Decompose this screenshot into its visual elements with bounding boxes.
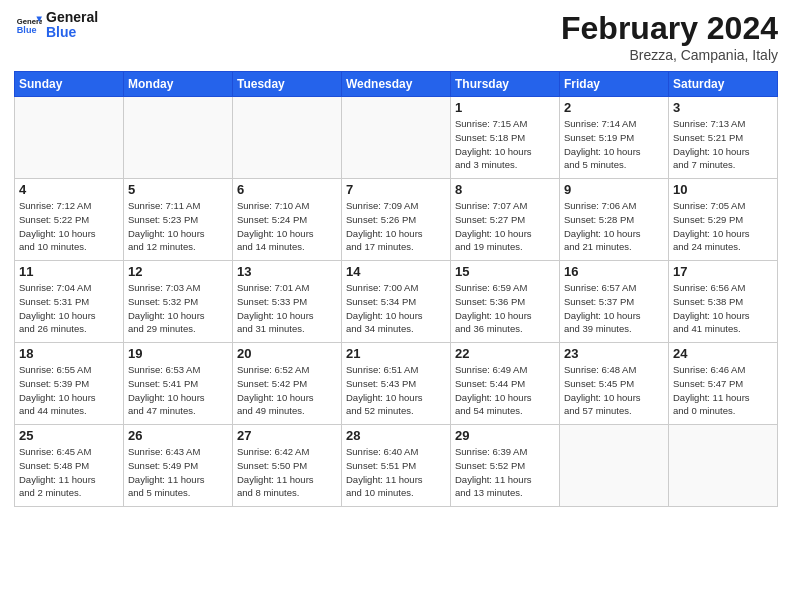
day-info: Sunrise: 6:56 AM Sunset: 5:38 PM Dayligh… [673, 281, 773, 336]
calendar-cell: 16Sunrise: 6:57 AM Sunset: 5:37 PM Dayli… [560, 261, 669, 343]
day-info: Sunrise: 6:45 AM Sunset: 5:48 PM Dayligh… [19, 445, 119, 500]
day-number: 2 [564, 100, 664, 115]
calendar-cell: 5Sunrise: 7:11 AM Sunset: 5:23 PM Daylig… [124, 179, 233, 261]
day-info: Sunrise: 6:59 AM Sunset: 5:36 PM Dayligh… [455, 281, 555, 336]
day-number: 11 [19, 264, 119, 279]
day-number: 9 [564, 182, 664, 197]
day-number: 18 [19, 346, 119, 361]
day-info: Sunrise: 7:09 AM Sunset: 5:26 PM Dayligh… [346, 199, 446, 254]
logo: General Blue General Blue [14, 10, 98, 41]
day-number: 20 [237, 346, 337, 361]
day-number: 4 [19, 182, 119, 197]
calendar-cell: 21Sunrise: 6:51 AM Sunset: 5:43 PM Dayli… [342, 343, 451, 425]
calendar-cell: 11Sunrise: 7:04 AM Sunset: 5:31 PM Dayli… [15, 261, 124, 343]
weekday-header-thursday: Thursday [451, 72, 560, 97]
calendar-cell [342, 97, 451, 179]
calendar-cell: 4Sunrise: 7:12 AM Sunset: 5:22 PM Daylig… [15, 179, 124, 261]
calendar-cell: 12Sunrise: 7:03 AM Sunset: 5:32 PM Dayli… [124, 261, 233, 343]
day-info: Sunrise: 6:57 AM Sunset: 5:37 PM Dayligh… [564, 281, 664, 336]
day-info: Sunrise: 6:43 AM Sunset: 5:49 PM Dayligh… [128, 445, 228, 500]
logo-icon: General Blue [14, 11, 42, 39]
calendar-cell: 22Sunrise: 6:49 AM Sunset: 5:44 PM Dayli… [451, 343, 560, 425]
day-number: 14 [346, 264, 446, 279]
day-info: Sunrise: 6:39 AM Sunset: 5:52 PM Dayligh… [455, 445, 555, 500]
day-number: 22 [455, 346, 555, 361]
calendar-week-row-3: 11Sunrise: 7:04 AM Sunset: 5:31 PM Dayli… [15, 261, 778, 343]
svg-text:Blue: Blue [17, 25, 37, 35]
calendar-cell: 8Sunrise: 7:07 AM Sunset: 5:27 PM Daylig… [451, 179, 560, 261]
day-info: Sunrise: 6:48 AM Sunset: 5:45 PM Dayligh… [564, 363, 664, 418]
month-title: February 2024 [561, 10, 778, 47]
day-info: Sunrise: 6:51 AM Sunset: 5:43 PM Dayligh… [346, 363, 446, 418]
day-number: 27 [237, 428, 337, 443]
day-info: Sunrise: 7:12 AM Sunset: 5:22 PM Dayligh… [19, 199, 119, 254]
calendar-cell: 23Sunrise: 6:48 AM Sunset: 5:45 PM Dayli… [560, 343, 669, 425]
day-info: Sunrise: 7:03 AM Sunset: 5:32 PM Dayligh… [128, 281, 228, 336]
calendar-cell: 13Sunrise: 7:01 AM Sunset: 5:33 PM Dayli… [233, 261, 342, 343]
calendar-cell: 19Sunrise: 6:53 AM Sunset: 5:41 PM Dayli… [124, 343, 233, 425]
day-number: 19 [128, 346, 228, 361]
day-number: 13 [237, 264, 337, 279]
calendar-cell [233, 97, 342, 179]
day-number: 25 [19, 428, 119, 443]
day-number: 8 [455, 182, 555, 197]
calendar-cell: 25Sunrise: 6:45 AM Sunset: 5:48 PM Dayli… [15, 425, 124, 507]
calendar-week-row-4: 18Sunrise: 6:55 AM Sunset: 5:39 PM Dayli… [15, 343, 778, 425]
day-info: Sunrise: 7:13 AM Sunset: 5:21 PM Dayligh… [673, 117, 773, 172]
calendar-cell: 17Sunrise: 6:56 AM Sunset: 5:38 PM Dayli… [669, 261, 778, 343]
calendar-table: SundayMondayTuesdayWednesdayThursdayFrid… [14, 71, 778, 507]
calendar-cell: 9Sunrise: 7:06 AM Sunset: 5:28 PM Daylig… [560, 179, 669, 261]
title-block: February 2024 Brezza, Campania, Italy [561, 10, 778, 63]
calendar-cell: 10Sunrise: 7:05 AM Sunset: 5:29 PM Dayli… [669, 179, 778, 261]
calendar-cell: 6Sunrise: 7:10 AM Sunset: 5:24 PM Daylig… [233, 179, 342, 261]
day-number: 15 [455, 264, 555, 279]
day-number: 26 [128, 428, 228, 443]
day-number: 3 [673, 100, 773, 115]
day-info: Sunrise: 7:14 AM Sunset: 5:19 PM Dayligh… [564, 117, 664, 172]
day-number: 29 [455, 428, 555, 443]
day-number: 24 [673, 346, 773, 361]
day-info: Sunrise: 6:49 AM Sunset: 5:44 PM Dayligh… [455, 363, 555, 418]
day-info: Sunrise: 7:01 AM Sunset: 5:33 PM Dayligh… [237, 281, 337, 336]
calendar-cell: 28Sunrise: 6:40 AM Sunset: 5:51 PM Dayli… [342, 425, 451, 507]
calendar-cell: 7Sunrise: 7:09 AM Sunset: 5:26 PM Daylig… [342, 179, 451, 261]
logo-blue: Blue [46, 25, 98, 40]
calendar-cell [560, 425, 669, 507]
logo-general: General [46, 10, 98, 25]
day-info: Sunrise: 7:04 AM Sunset: 5:31 PM Dayligh… [19, 281, 119, 336]
day-number: 1 [455, 100, 555, 115]
calendar-week-row-2: 4Sunrise: 7:12 AM Sunset: 5:22 PM Daylig… [15, 179, 778, 261]
calendar-week-row-5: 25Sunrise: 6:45 AM Sunset: 5:48 PM Dayli… [15, 425, 778, 507]
day-info: Sunrise: 6:46 AM Sunset: 5:47 PM Dayligh… [673, 363, 773, 418]
calendar-week-row-1: 1Sunrise: 7:15 AM Sunset: 5:18 PM Daylig… [15, 97, 778, 179]
day-number: 10 [673, 182, 773, 197]
day-number: 23 [564, 346, 664, 361]
day-info: Sunrise: 6:55 AM Sunset: 5:39 PM Dayligh… [19, 363, 119, 418]
page: General Blue General Blue February 2024 … [0, 0, 792, 517]
day-number: 12 [128, 264, 228, 279]
day-number: 21 [346, 346, 446, 361]
calendar-cell: 2Sunrise: 7:14 AM Sunset: 5:19 PM Daylig… [560, 97, 669, 179]
day-info: Sunrise: 6:40 AM Sunset: 5:51 PM Dayligh… [346, 445, 446, 500]
day-info: Sunrise: 6:52 AM Sunset: 5:42 PM Dayligh… [237, 363, 337, 418]
day-info: Sunrise: 6:42 AM Sunset: 5:50 PM Dayligh… [237, 445, 337, 500]
location-subtitle: Brezza, Campania, Italy [561, 47, 778, 63]
weekday-header-sunday: Sunday [15, 72, 124, 97]
calendar-cell: 18Sunrise: 6:55 AM Sunset: 5:39 PM Dayli… [15, 343, 124, 425]
calendar-cell [669, 425, 778, 507]
day-info: Sunrise: 7:05 AM Sunset: 5:29 PM Dayligh… [673, 199, 773, 254]
calendar-cell: 20Sunrise: 6:52 AM Sunset: 5:42 PM Dayli… [233, 343, 342, 425]
day-info: Sunrise: 6:53 AM Sunset: 5:41 PM Dayligh… [128, 363, 228, 418]
calendar-cell: 26Sunrise: 6:43 AM Sunset: 5:49 PM Dayli… [124, 425, 233, 507]
weekday-header-wednesday: Wednesday [342, 72, 451, 97]
calendar-cell: 1Sunrise: 7:15 AM Sunset: 5:18 PM Daylig… [451, 97, 560, 179]
weekday-header-saturday: Saturday [669, 72, 778, 97]
day-number: 6 [237, 182, 337, 197]
day-info: Sunrise: 7:06 AM Sunset: 5:28 PM Dayligh… [564, 199, 664, 254]
weekday-header-row: SundayMondayTuesdayWednesdayThursdayFrid… [15, 72, 778, 97]
day-info: Sunrise: 7:11 AM Sunset: 5:23 PM Dayligh… [128, 199, 228, 254]
calendar-cell: 24Sunrise: 6:46 AM Sunset: 5:47 PM Dayli… [669, 343, 778, 425]
calendar-cell: 14Sunrise: 7:00 AM Sunset: 5:34 PM Dayli… [342, 261, 451, 343]
day-info: Sunrise: 7:00 AM Sunset: 5:34 PM Dayligh… [346, 281, 446, 336]
calendar-cell: 3Sunrise: 7:13 AM Sunset: 5:21 PM Daylig… [669, 97, 778, 179]
